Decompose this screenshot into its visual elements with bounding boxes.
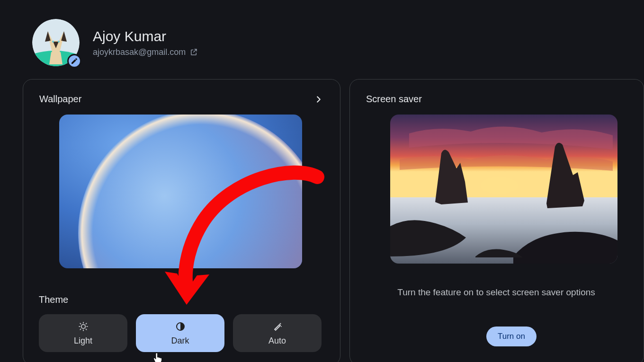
theme-option-light-label: Light: [74, 336, 92, 346]
wallpaper-title: Wallpaper: [39, 94, 81, 105]
theme-option-auto-label: Auto: [268, 336, 286, 346]
profile-name: Ajoy Kumar: [93, 28, 198, 44]
screensaver-title: Screen saver: [366, 94, 422, 105]
profile-email-link[interactable]: ajoykrbasak@gmail.com: [93, 47, 198, 57]
theme-options: Light Dark Auto: [39, 314, 322, 352]
sun-icon: [78, 321, 89, 335]
theme-option-dark[interactable]: Dark: [136, 314, 224, 352]
profile-email: ajoykrbasak@gmail.com: [93, 47, 186, 57]
magic-wand-icon: [272, 321, 283, 335]
chevron-right-icon: [313, 94, 324, 105]
theme-option-auto[interactable]: Auto: [233, 314, 322, 352]
svg-point-7: [52, 41, 54, 43]
svg-point-15: [281, 326, 282, 327]
wallpaper-header-row[interactable]: Wallpaper: [39, 94, 324, 105]
theme-option-dark-label: Dark: [171, 336, 189, 346]
theme-option-light[interactable]: Light: [39, 314, 127, 352]
wallpaper-preview[interactable]: [59, 115, 302, 268]
contrast-icon: [175, 321, 186, 335]
svg-point-8: [58, 41, 60, 43]
open-external-icon: [189, 48, 198, 56]
avatar[interactable]: [32, 19, 80, 66]
screensaver-hint: Turn the feature on to select screen sav…: [349, 287, 643, 298]
profile-header: Ajoy Kumar ajoykrbasak@gmail.com: [32, 19, 198, 66]
screensaver-turn-on-button[interactable]: Turn on: [486, 327, 537, 346]
edit-avatar-icon[interactable]: [67, 54, 81, 68]
theme-label: Theme: [39, 294, 68, 305]
screensaver-preview[interactable]: [390, 115, 617, 264]
svg-marker-9: [49, 52, 63, 64]
svg-point-17: [480, 177, 518, 194]
svg-point-13: [81, 324, 85, 328]
